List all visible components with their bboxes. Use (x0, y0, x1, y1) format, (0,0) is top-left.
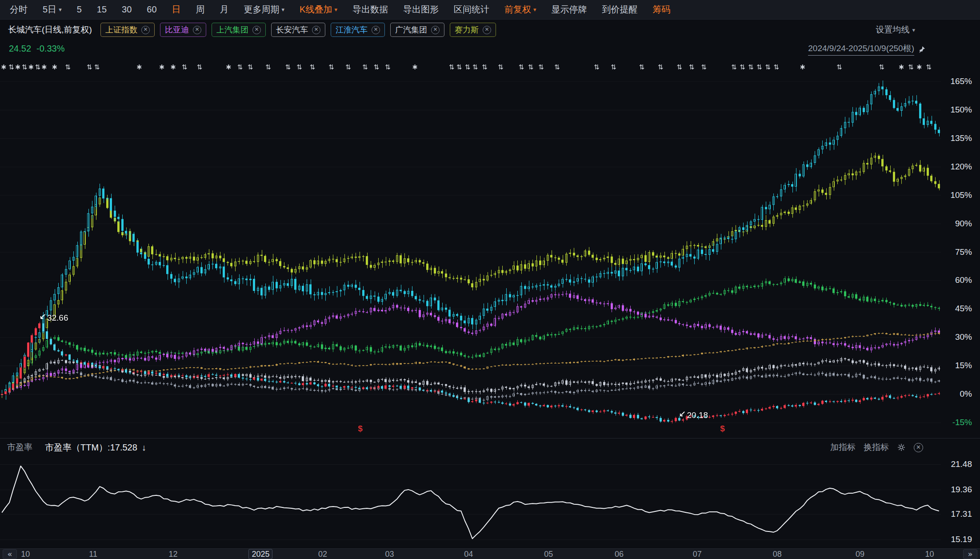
remove-overlay-icon[interactable]: ✕ (372, 26, 380, 34)
suspension-marker-icon[interactable]: ⇅ (611, 63, 616, 71)
suspension-marker-icon[interactable]: ⇅ (538, 63, 544, 71)
event-marker-icon[interactable]: ∗ (41, 62, 47, 71)
suspension-marker-icon[interactable]: ⇅ (731, 63, 737, 71)
suspension-marker-icon[interactable]: ⇅ (8, 63, 14, 71)
suspension-marker-icon[interactable]: ⇅ (639, 63, 644, 71)
suspension-marker-icon[interactable]: ⇅ (465, 63, 471, 71)
event-marker-icon[interactable]: ∗ (15, 62, 21, 71)
overlay-tag-江淮汽车[interactable]: 江淮汽车✕ (331, 23, 385, 37)
overlay-tag-赛力斯[interactable]: 赛力斯✕ (450, 23, 496, 37)
suspension-marker-icon[interactable]: ⇅ (87, 63, 92, 71)
suspension-marker-icon[interactable]: ⇅ (528, 63, 534, 71)
pin-icon[interactable] (918, 45, 926, 53)
indicator-tab-pe[interactable]: 市盈率 (7, 442, 32, 453)
suspension-marker-icon[interactable]: ⇅ (65, 63, 71, 71)
event-marker-icon[interactable]: ∗ (52, 62, 58, 71)
suspension-marker-icon[interactable]: ⇅ (658, 63, 664, 71)
suspension-marker-icon[interactable]: ⇅ (594, 63, 600, 71)
overlay-tag-比亚迪[interactable]: 比亚迪✕ (160, 23, 206, 37)
toolbar-item-前复权[interactable]: 前复权▾ (504, 4, 536, 16)
candlestick-chart-canvas[interactable] (0, 56, 941, 438)
toolbar-item-周[interactable]: 周 (196, 4, 205, 16)
suspension-marker-icon[interactable]: ⇅ (756, 63, 762, 71)
event-marker-icon[interactable]: ∗ (800, 62, 806, 71)
ma-settings-button[interactable]: 设置均线 ▾ (876, 24, 915, 36)
toolbar-item-筹码[interactable]: 筹码 (652, 4, 670, 16)
pe-chart-canvas[interactable] (0, 456, 941, 543)
suspension-marker-icon[interactable]: ⇅ (374, 63, 380, 71)
suspension-marker-icon[interactable]: ⇅ (182, 63, 188, 71)
add-indicator-button[interactable]: 加指标 (830, 442, 856, 453)
toolbar-item-导出数据[interactable]: 导出数据 (352, 4, 388, 16)
date-range-link[interactable]: 2024/9/24-2025/10/9(250根) (808, 43, 914, 56)
suspension-marker-icon[interactable]: ⇅ (908, 63, 914, 71)
suspension-marker-icon[interactable]: ⇅ (449, 63, 455, 71)
toolbar-item-显示停牌[interactable]: 显示停牌 (551, 4, 587, 16)
suspension-marker-icon[interactable]: ⇅ (879, 63, 884, 71)
event-marker-icon[interactable]: ∗ (916, 62, 922, 71)
toolbar-item-60[interactable]: 60 (147, 4, 156, 15)
suspension-marker-icon[interactable]: ⇅ (740, 63, 745, 71)
event-marker-icon[interactable]: ∗ (898, 62, 904, 71)
remove-overlay-icon[interactable]: ✕ (252, 26, 261, 34)
suspension-marker-icon[interactable]: ⇅ (345, 63, 351, 71)
toolbar-item-月[interactable]: 月 (220, 4, 229, 16)
suspension-marker-icon[interactable]: ⇅ (35, 63, 40, 71)
suspension-marker-icon[interactable]: ⇅ (362, 63, 368, 71)
toolbar-item-5日[interactable]: 5日▾ (43, 4, 62, 16)
toolbar-item-更多周期[interactable]: 更多周期▾ (244, 4, 285, 16)
suspension-marker-icon[interactable]: ⇅ (676, 63, 682, 71)
close-icon[interactable]: ✕ (914, 443, 923, 452)
event-marker-icon[interactable]: ∗ (0, 62, 7, 71)
remove-overlay-icon[interactable]: ✕ (483, 26, 491, 34)
overlay-tag-上汽集团[interactable]: 上汽集团✕ (212, 23, 266, 37)
toolbar-item-30[interactable]: 30 (122, 4, 132, 15)
remove-overlay-icon[interactable]: ✕ (193, 26, 201, 34)
event-marker-icon[interactable]: ∗ (159, 62, 165, 71)
suspension-marker-icon[interactable]: ⇅ (701, 63, 707, 71)
suspension-marker-icon[interactable]: ⇅ (310, 63, 316, 71)
suspension-marker-icon[interactable]: ⇅ (328, 63, 334, 71)
dividend-marker-icon[interactable]: $ (358, 424, 363, 434)
event-marker-icon[interactable]: ∗ (170, 62, 176, 71)
overlay-tag-上证指数[interactable]: 上证指数✕ (100, 23, 155, 37)
toolbar-item-5[interactable]: 5 (77, 4, 82, 15)
suspension-marker-icon[interactable]: ⇅ (926, 63, 932, 71)
event-marker-icon[interactable]: ∗ (412, 62, 418, 71)
toolbar-item-K线叠加[interactable]: K线叠加▾ (300, 4, 337, 16)
scroll-right-button[interactable]: » (963, 549, 977, 559)
remove-overlay-icon[interactable]: ✕ (431, 26, 440, 34)
remove-overlay-icon[interactable]: ✕ (141, 26, 150, 34)
suspension-marker-icon[interactable]: ⇅ (385, 63, 391, 71)
dividend-marker-icon[interactable]: $ (720, 424, 725, 434)
overlay-tag-长安汽车[interactable]: 长安汽车✕ (271, 23, 325, 37)
suspension-marker-icon[interactable]: ⇅ (22, 63, 28, 71)
remove-overlay-icon[interactable]: ✕ (312, 26, 320, 34)
gear-icon[interactable] (897, 443, 906, 452)
suspension-marker-icon[interactable]: ⇅ (554, 63, 560, 71)
switch-indicator-button[interactable]: 换指标 (864, 442, 889, 453)
event-marker-icon[interactable]: ∗ (136, 62, 142, 71)
suspension-marker-icon[interactable]: ⇅ (836, 63, 842, 71)
scroll-left-button[interactable]: « (3, 549, 17, 559)
suspension-marker-icon[interactable]: ⇅ (765, 63, 771, 71)
event-marker-icon[interactable]: ∗ (28, 62, 34, 71)
toolbar-item-区间统计[interactable]: 区间统计 (454, 4, 489, 16)
suspension-marker-icon[interactable]: ⇅ (456, 63, 462, 71)
toolbar-item-分时[interactable]: 分时 (10, 4, 28, 16)
suspension-marker-icon[interactable]: ⇅ (773, 63, 779, 71)
suspension-marker-icon[interactable]: ⇅ (296, 63, 302, 71)
toolbar-item-15[interactable]: 15 (97, 4, 107, 15)
suspension-marker-icon[interactable]: ⇅ (748, 63, 754, 71)
suspension-marker-icon[interactable]: ⇅ (197, 63, 203, 71)
suspension-marker-icon[interactable]: ⇅ (94, 63, 100, 71)
overlay-tag-广汽集团[interactable]: 广汽集团✕ (390, 23, 444, 37)
suspension-marker-icon[interactable]: ⇅ (285, 63, 291, 71)
suspension-marker-icon[interactable]: ⇅ (482, 63, 488, 71)
event-marker-icon[interactable]: ∗ (225, 62, 232, 71)
toolbar-item-到价提醒[interactable]: 到价提醒 (602, 4, 637, 16)
suspension-marker-icon[interactable]: ⇅ (248, 63, 253, 71)
suspension-marker-icon[interactable]: ⇅ (689, 63, 695, 71)
suspension-marker-icon[interactable]: ⇅ (237, 63, 243, 71)
suspension-marker-icon[interactable]: ⇅ (519, 63, 524, 71)
